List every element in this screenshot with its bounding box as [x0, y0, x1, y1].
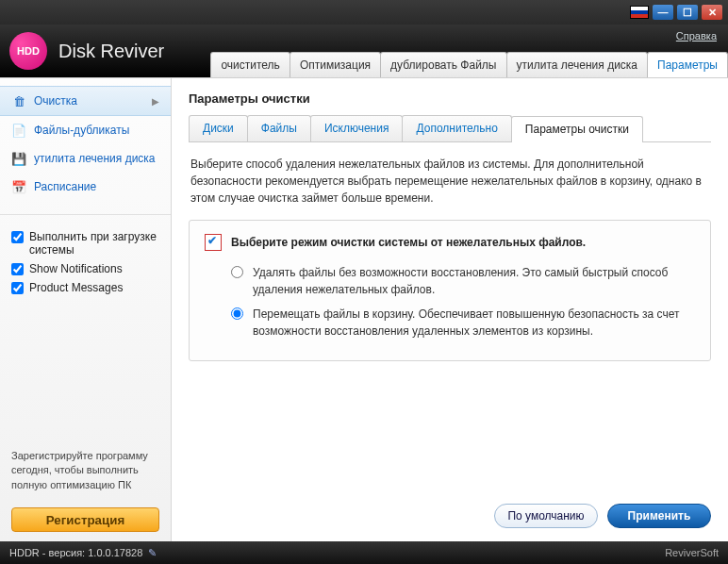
clean-option-1[interactable]: Перемещать файлы в корзину. Обеспечивает…: [231, 306, 695, 340]
checkbox[interactable]: [11, 282, 24, 294]
radio[interactable]: [231, 266, 243, 278]
option-label: Перемещать файлы в корзину. Обеспечивает…: [253, 306, 695, 340]
help-link[interactable]: Справка: [676, 30, 717, 41]
page-description: Выберите способ удаления нежелательных ф…: [190, 156, 709, 207]
topnav-tab-4[interactable]: Параметры: [647, 52, 728, 77]
sidebar-item-label: утилита лечения диска: [34, 152, 156, 165]
checkbox[interactable]: [11, 263, 24, 275]
topnav-tab-0[interactable]: очиститель: [210, 52, 290, 77]
maximize-button[interactable]: ☐: [677, 5, 698, 20]
locale-flag[interactable]: [630, 6, 649, 19]
subtab-3[interactable]: Дополнительно: [402, 115, 511, 141]
promo-text: Зарегистрируйте программу сегодня, чтобы…: [0, 440, 171, 502]
register-button[interactable]: Регистрация: [11, 507, 159, 532]
panel-title: Выберите режим очистки системы от нежела…: [231, 236, 586, 249]
check-label: Выполнить при загрузке системы: [29, 230, 159, 257]
check-label: Show Notifications: [29, 262, 123, 275]
topnav-tab-3[interactable]: утилита лечения диска: [506, 52, 649, 77]
subtab-1[interactable]: Файлы: [247, 115, 311, 141]
topnav-tab-1[interactable]: Оптимизация: [290, 52, 381, 77]
version-label: HDDR - версия: 1.0.0.17828✎: [9, 547, 157, 559]
edit-icon[interactable]: ✎: [148, 547, 157, 558]
sidebar-item-0[interactable]: 🗑Очистка▶: [0, 86, 171, 116]
sidebar-check-0[interactable]: Выполнить при загрузке системы: [11, 230, 159, 257]
sidebar-item-label: Очистка: [34, 94, 77, 108]
check-label: Product Messages: [29, 281, 123, 294]
sidebar-icon: 💾: [11, 151, 26, 166]
topnav-tab-2[interactable]: дублировать Файлы: [380, 52, 506, 77]
clean-option-0[interactable]: Удалять файлы без возможности восстановл…: [231, 264, 695, 298]
sidebar-icon: 🗑: [11, 93, 26, 108]
checkbox[interactable]: [11, 231, 24, 243]
default-button[interactable]: По умолчанию: [494, 504, 598, 528]
sidebar-item-3[interactable]: 📅Расписание: [0, 173, 171, 201]
minimize-button[interactable]: —: [653, 5, 673, 20]
sidebar-check-1[interactable]: Show Notifications: [11, 262, 159, 275]
sidebar-icon: 📅: [11, 179, 26, 194]
page-title: Параметры очистки: [189, 91, 711, 106]
app-logo: HDD: [9, 32, 47, 70]
cleanmode-icon: [205, 234, 222, 251]
subtab-4[interactable]: Параметры очистки: [511, 116, 643, 142]
sidebar-item-1[interactable]: 📄Файлы-дубликаты: [0, 116, 171, 144]
sidebar-check-2[interactable]: Product Messages: [11, 281, 159, 294]
sidebar-icon: 📄: [11, 123, 26, 138]
option-label: Удалять файлы без возможности восстановл…: [253, 264, 695, 298]
brand-label: ReviverSoft: [665, 547, 719, 558]
chevron-right-icon: ▶: [152, 96, 159, 107]
sidebar-item-label: Файлы-дубликаты: [34, 124, 129, 137]
sidebar-item-label: Расписание: [34, 180, 96, 193]
apply-button[interactable]: Применить: [607, 504, 711, 528]
subtab-0[interactable]: Диски: [189, 115, 248, 141]
radio[interactable]: [231, 307, 243, 320]
close-button[interactable]: ✕: [702, 5, 722, 20]
app-title: Disk Reviver: [58, 41, 164, 62]
subtab-2[interactable]: Исключения: [310, 115, 404, 141]
top-nav: очистительОптимизациядублировать Файлыут…: [211, 52, 728, 77]
sidebar-item-2[interactable]: 💾утилита лечения диска: [0, 144, 171, 173]
